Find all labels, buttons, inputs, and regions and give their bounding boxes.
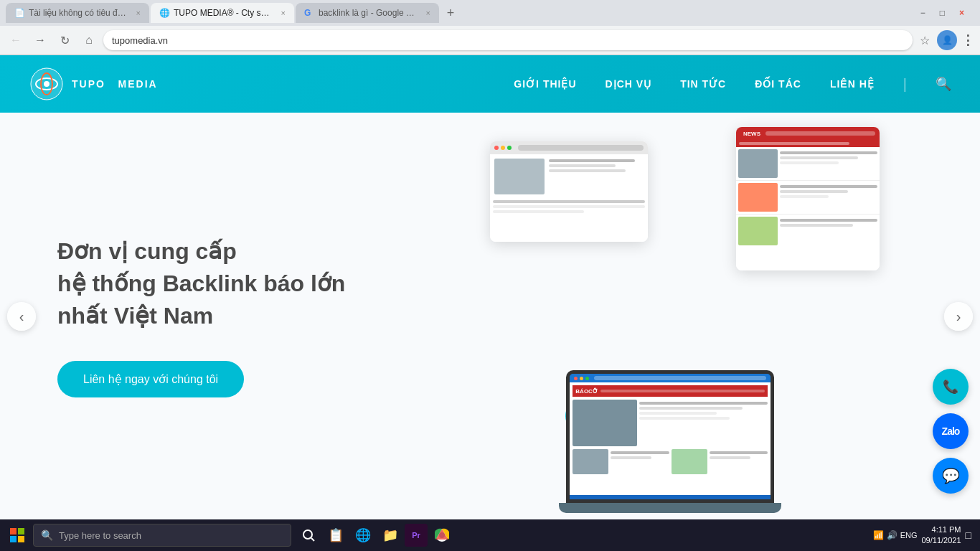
- maximize-button[interactable]: □: [936, 6, 949, 19]
- logo-text: TUPO MEDIA: [72, 78, 158, 90]
- contact-button[interactable]: Liên hệ ngay với chúng tôi: [57, 361, 244, 397]
- nav-links: GIỚI THIỆU DỊCH VỤ TIN TỨC ĐỐI TÁC LIÊN …: [514, 76, 951, 93]
- hero-text-block: Đơn vị cung cấp hệ thống Backlink báo lớ…: [57, 235, 447, 397]
- nav-link-lien-he[interactable]: LIÊN HỆ: [830, 78, 875, 90]
- tab-1[interactable]: 📄 Tài liệu không có tiêu đề - Googl... ×: [6, 3, 149, 23]
- svg-point-12: [303, 530, 312, 539]
- svg-rect-8: [10, 528, 17, 534]
- carousel-next-button[interactable]: ›: [944, 302, 973, 331]
- taskbar-icon-cortana[interactable]: 📋: [323, 522, 349, 548]
- refresh-button[interactable]: ↻: [55, 30, 75, 50]
- tab2-title: TUPO MEDIA® - Cty số #1 chuyê...: [174, 8, 274, 18]
- nav-link-gioi-thieu[interactable]: GIỚI THIỆU: [514, 78, 576, 90]
- notification-button[interactable]: □: [966, 529, 971, 541]
- browser-chrome: 📄 Tài liệu không có tiêu đề - Googl... ×…: [0, 0, 980, 55]
- svg-rect-10: [10, 536, 17, 542]
- window-controls: − □ ×: [910, 6, 974, 19]
- windows-icon: [9, 527, 26, 544]
- logo-icon: [29, 66, 65, 102]
- tray-lang: ENG: [900, 531, 918, 540]
- zalo-fab[interactable]: Zalo: [933, 413, 969, 449]
- svg-rect-11: [18, 536, 24, 542]
- taskbar-icon-search[interactable]: [296, 522, 321, 548]
- system-clock: 4:11 PM 09/11/2021: [921, 524, 961, 547]
- tab1-title: Tài liệu không có tiêu đề - Googl...: [29, 8, 129, 18]
- tray-icon-network: 📶: [873, 530, 884, 540]
- start-button[interactable]: [3, 521, 32, 550]
- site-nav: TUPO MEDIA GIỚI THIỆU DỊCH VỤ TIN TỨC ĐỐ…: [0, 55, 980, 113]
- system-tray: 📶 🔊 ENG 4:11 PM 09/11/2021 □: [867, 524, 977, 547]
- taskbar-icon-edge[interactable]: 🌐: [350, 522, 376, 548]
- taskbar-search-text: Type here to search: [59, 530, 141, 541]
- tab3-title: backlink là gì - Google Tìm kiếm: [319, 8, 419, 18]
- phone-fab[interactable]: 📞: [933, 369, 969, 405]
- hero-heading: Đơn vị cung cấp hệ thống Backlink báo lớ…: [57, 235, 447, 331]
- back-button[interactable]: ←: [6, 30, 26, 50]
- nav-link-tin-tuc[interactable]: TIN TỨC: [680, 78, 726, 90]
- tray-icons: 📶 🔊 ENG: [873, 530, 918, 540]
- close-button[interactable]: ×: [955, 6, 969, 19]
- fab-container: 📞 Zalo 💬: [933, 369, 969, 494]
- tab3-close[interactable]: ×: [426, 9, 430, 17]
- tab-2[interactable]: 🌐 TUPO MEDIA® - Cty số #1 chuyê... ×: [151, 3, 294, 23]
- profile-button[interactable]: 👤: [937, 30, 957, 50]
- tab-3[interactable]: G backlink là gì - Google Tìm kiếm ×: [296, 3, 439, 23]
- address-bar-row: ← → ↻ ⌂ ☆ 👤 ⋮: [0, 26, 980, 55]
- home-button[interactable]: ⌂: [79, 30, 99, 50]
- new-tab-button[interactable]: +: [440, 3, 461, 23]
- nav-link-dich-vu[interactable]: DỊCH VỤ: [606, 78, 652, 90]
- tab3-favicon: G: [304, 8, 314, 18]
- messenger-fab[interactable]: 💬: [933, 458, 969, 494]
- hero-section: ‹ › Đơn vị cung cấp hệ thống Backlink bá…: [0, 113, 980, 520]
- minimize-button[interactable]: −: [916, 6, 930, 19]
- taskbar-search-icon: 🔍: [41, 529, 53, 541]
- taskbar-app-icons: 📋 🌐 📁 Pr: [296, 522, 455, 548]
- carousel-prev-button[interactable]: ‹: [7, 302, 36, 331]
- laptop-mockup: BÁOCỠ: [566, 370, 781, 513]
- svg-point-3: [44, 81, 50, 87]
- taskbar: 🔍 Type here to search 📋 🌐 📁 Pr: [0, 519, 980, 551]
- tab2-favicon: 🌐: [159, 8, 169, 18]
- svg-line-13: [311, 538, 314, 541]
- tab1-close[interactable]: ×: [136, 9, 141, 17]
- logo-text-block: TUPO MEDIA: [72, 78, 158, 90]
- logo-area: TUPO MEDIA: [29, 66, 158, 102]
- tray-icon-volume: 🔊: [887, 530, 897, 540]
- tab2-close[interactable]: ×: [281, 9, 286, 17]
- address-input[interactable]: [103, 30, 913, 50]
- taskbar-icon-explorer[interactable]: 📁: [377, 522, 403, 548]
- taskbar-icon-chrome[interactable]: [429, 522, 455, 548]
- hero-image-area: NEWS: [447, 113, 923, 520]
- taskbar-search-bar[interactable]: 🔍 Type here to search: [33, 524, 291, 547]
- tab-bar: 📄 Tài liệu không có tiêu đề - Googl... ×…: [0, 0, 980, 26]
- browser-mockup-1: [490, 141, 648, 242]
- svg-rect-9: [18, 528, 24, 534]
- bookmark-button[interactable]: ☆: [917, 34, 933, 47]
- nav-link-doi-tac[interactable]: ĐỐI TÁC: [755, 78, 801, 90]
- taskbar-icon-premiere[interactable]: Pr: [405, 524, 428, 547]
- browser-mockup-2: NEWS: [736, 127, 880, 270]
- search-icon[interactable]: 🔍: [936, 76, 951, 92]
- website-content: TUPO MEDIA GIỚI THIỆU DỊCH VỤ TIN TỨC ĐỐ…: [0, 55, 980, 520]
- tab1-favicon: 📄: [14, 8, 24, 18]
- forward-button[interactable]: →: [30, 30, 50, 50]
- more-options-button[interactable]: ⋮: [961, 32, 974, 48]
- nav-divider: |: [903, 76, 907, 93]
